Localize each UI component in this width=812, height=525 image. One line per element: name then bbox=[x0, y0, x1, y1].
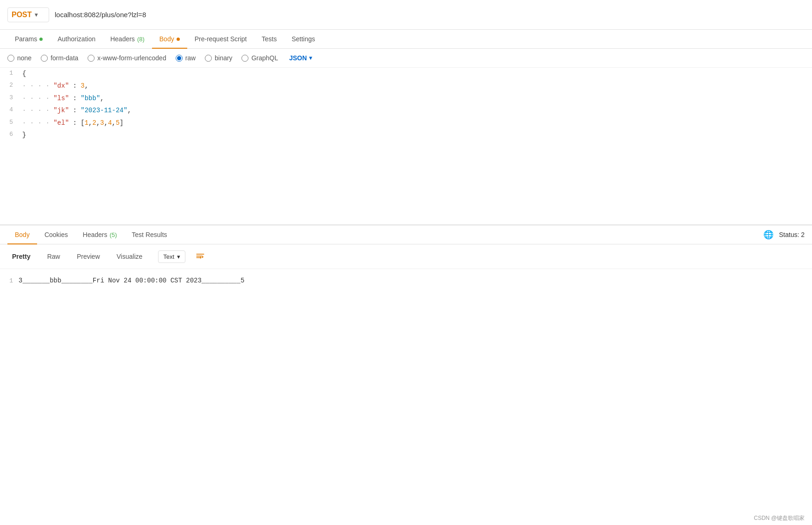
line-content-5: · · · · "el" : [1,2,3,4,5] bbox=[19, 117, 812, 129]
request-tabs: Params Authorization Headers (8) Body Pr… bbox=[0, 30, 812, 49]
json-selector[interactable]: JSON ▾ bbox=[289, 54, 312, 62]
text-chevron-icon: ▾ bbox=[177, 253, 180, 260]
text-selector[interactable]: Text ▾ bbox=[158, 250, 185, 263]
tab-settings-label: Settings bbox=[292, 35, 315, 43]
response-tab-headers-label: Headers bbox=[83, 231, 108, 238]
url-bar: POST ▾ bbox=[0, 0, 812, 30]
editor-empty-space bbox=[0, 141, 812, 224]
response-line-num-1: 1 bbox=[0, 275, 19, 287]
line-num-2: 2 bbox=[0, 80, 19, 91]
response-tab-headers[interactable]: Headers (5) bbox=[76, 225, 125, 244]
tab-body-label: Body bbox=[159, 35, 174, 43]
format-visualize[interactable]: Visualize bbox=[112, 250, 147, 263]
method-chevron-icon: ▾ bbox=[35, 12, 38, 18]
radio-none[interactable] bbox=[7, 55, 14, 62]
wrap-lines-icon bbox=[196, 252, 205, 261]
json-chevron-icon: ▾ bbox=[309, 55, 312, 61]
line-num-6: 6 bbox=[0, 129, 19, 141]
tab-authorization[interactable]: Authorization bbox=[50, 30, 103, 48]
response-tab-testresults[interactable]: Test Results bbox=[124, 225, 174, 244]
format-pretty[interactable]: Pretty bbox=[7, 250, 35, 263]
radio-form-data[interactable] bbox=[41, 55, 48, 62]
response-line-1: 1 3_______bbb________Fri Nov 24 00:00:00… bbox=[0, 275, 812, 287]
response-tabs: Body Cookies Headers (5) Test Results 🌐 … bbox=[0, 225, 812, 244]
tab-tests-label: Tests bbox=[262, 35, 277, 43]
code-line-4: 4 · · · · "jk" : "2023-11-24", bbox=[0, 104, 812, 116]
tab-params[interactable]: Params bbox=[7, 30, 50, 48]
globe-icon: 🌐 bbox=[763, 230, 774, 240]
line-num-4: 4 bbox=[0, 104, 19, 116]
format-raw[interactable]: Raw bbox=[43, 250, 65, 263]
line-num-3: 3 bbox=[0, 92, 19, 104]
code-editor[interactable]: 1 { 2 · · · · "dx" : 3, 3 · · · · "ls" :… bbox=[0, 68, 812, 225]
line-content-1: { bbox=[19, 68, 812, 80]
response-tabs-right: 🌐 Status: 2 bbox=[763, 230, 805, 240]
response-tab-cookies[interactable]: Cookies bbox=[37, 225, 76, 244]
option-urlencoded[interactable]: x-www-form-urlencoded bbox=[88, 54, 166, 62]
format-preview[interactable]: Preview bbox=[72, 250, 105, 263]
option-none[interactable]: none bbox=[7, 54, 32, 62]
option-raw[interactable]: raw bbox=[176, 54, 196, 62]
response-tabs-left: Body Cookies Headers (5) Test Results bbox=[7, 225, 175, 244]
tab-headers[interactable]: Headers (8) bbox=[103, 30, 152, 48]
radio-binary[interactable] bbox=[205, 55, 212, 62]
format-visualize-label: Visualize bbox=[117, 253, 143, 260]
line-content-6: } bbox=[19, 129, 812, 141]
tab-settings[interactable]: Settings bbox=[284, 30, 323, 48]
option-binary-label: binary bbox=[215, 54, 232, 62]
format-raw-label: Raw bbox=[47, 253, 60, 260]
method-selector[interactable]: POST ▾ bbox=[7, 7, 49, 22]
code-line-1: 1 { bbox=[0, 68, 812, 80]
body-dot bbox=[177, 38, 180, 41]
option-raw-label: raw bbox=[185, 54, 196, 62]
tab-prerequest[interactable]: Pre-request Script bbox=[187, 30, 254, 48]
tab-prerequest-label: Pre-request Script bbox=[195, 35, 247, 43]
line-num-5: 5 bbox=[0, 117, 19, 128]
radio-raw[interactable] bbox=[176, 55, 183, 62]
option-form-data-label: form-data bbox=[51, 54, 78, 62]
json-selector-label: JSON bbox=[289, 54, 307, 62]
tab-body[interactable]: Body bbox=[152, 30, 187, 48]
code-line-5: 5 · · · · "el" : [1,2,3,4,5] bbox=[0, 117, 812, 129]
method-label: POST bbox=[12, 11, 32, 19]
tab-authorization-label: Authorization bbox=[57, 35, 95, 43]
option-binary[interactable]: binary bbox=[205, 54, 232, 62]
code-line-3: 3 · · · · "ls" : "bbb", bbox=[0, 92, 812, 104]
line-num-1: 1 bbox=[0, 68, 19, 79]
option-form-data[interactable]: form-data bbox=[41, 54, 78, 62]
line-content-2: · · · · "dx" : 3, bbox=[19, 80, 812, 92]
response-headers-badge: (5) bbox=[109, 231, 117, 238]
headers-badge: (8) bbox=[137, 36, 145, 43]
params-dot bbox=[39, 38, 43, 41]
body-options: none form-data x-www-form-urlencoded raw… bbox=[0, 49, 812, 68]
format-preview-label: Preview bbox=[77, 253, 100, 260]
radio-graphql[interactable] bbox=[241, 55, 248, 62]
line-content-4: · · · · "jk" : "2023-11-24", bbox=[19, 104, 812, 116]
wrap-icon[interactable] bbox=[193, 249, 208, 264]
response-tab-body[interactable]: Body bbox=[7, 225, 37, 244]
line-content-3: · · · · "ls" : "bbb", bbox=[19, 92, 812, 104]
option-urlencoded-label: x-www-form-urlencoded bbox=[97, 54, 166, 62]
tab-params-label: Params bbox=[15, 35, 37, 43]
response-tab-cookies-label: Cookies bbox=[44, 231, 68, 238]
option-none-label: none bbox=[17, 54, 32, 62]
text-selector-label: Text bbox=[163, 253, 174, 260]
tab-tests[interactable]: Tests bbox=[254, 30, 285, 48]
code-line-6: 6 } bbox=[0, 129, 812, 141]
option-graphql-label: GraphQL bbox=[251, 54, 278, 62]
radio-urlencoded[interactable] bbox=[88, 55, 95, 62]
response-format: Pretty Raw Preview Visualize Text ▾ bbox=[0, 244, 812, 269]
format-pretty-label: Pretty bbox=[12, 253, 31, 260]
status-text: Status: 2 bbox=[779, 231, 805, 238]
url-input[interactable] bbox=[55, 8, 805, 21]
response-line-content-1: 3_______bbb________Fri Nov 24 00:00:00 C… bbox=[19, 275, 244, 287]
code-line-2: 2 · · · · "dx" : 3, bbox=[0, 80, 812, 92]
option-graphql[interactable]: GraphQL bbox=[241, 54, 278, 62]
tab-headers-label: Headers bbox=[110, 35, 135, 43]
response-tab-testresults-label: Test Results bbox=[132, 231, 167, 238]
response-body: 1 3_______bbb________Fri Nov 24 00:00:00… bbox=[0, 269, 812, 293]
response-tab-body-label: Body bbox=[15, 231, 30, 238]
